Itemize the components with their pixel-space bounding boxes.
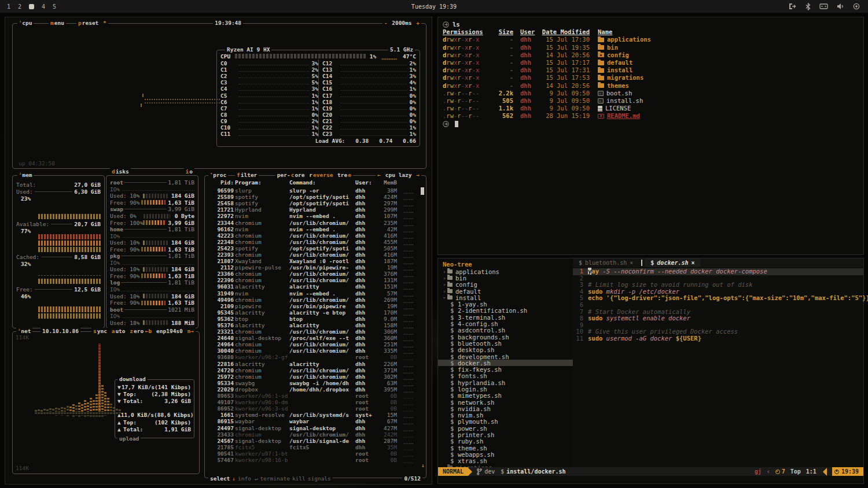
process-row[interactable]: 96031alacrittyalacrittydhh151M⣀⣀⣀0.0 [209, 283, 420, 290]
process-row[interactable]: 95345alacrittyalacritty -e btopdhh170M⣀⣀… [209, 309, 420, 316]
process-row[interactable]: 89653kworker/u96:1-sdroot0B⣀⣀⣀0.0 [209, 393, 420, 399]
code-line[interactable]: 8sudo systemctl enable docker [573, 315, 863, 322]
process-row[interactable]: 95376alacrittyalacrittydhh158M⣀⣀⣀0.0 [209, 322, 420, 328]
process-row[interactable]: 25458spotify/opt/spotify/spotidhh297M⣀⣀⣀… [209, 200, 420, 206]
mem-box-title[interactable]: ²mem [17, 172, 34, 178]
proc-col-header[interactable]: Program: [235, 179, 288, 186]
process-row[interactable]: 31949nvimnvim --embed .dhh57M⣀⣀⣀0.0 [209, 290, 420, 297]
net-buttons[interactable]: sync auto zero [91, 328, 145, 334]
process-row[interactable]: 22972nvimnvim --embed .dhh107M⣀⣀⣀0.0 [209, 213, 420, 219]
process-row[interactable]: 24567signal-desktop/usr/lib/signal-dedhh… [209, 438, 420, 444]
tree-item-login.sh[interactable]: $login.sh [438, 386, 573, 392]
process-row[interactable]: 25589spotify/opt/spotify/spotidhh424M⣀⣀⣀… [209, 194, 420, 200]
process-row[interactable]: 23433chromium/usr/lib/chromium/dhh242M⣀⣀… [209, 431, 420, 438]
proc-scrollbar[interactable] [421, 187, 424, 195]
tree-item-fix-fkeys.sh[interactable]: $fix-fkeys.sh [438, 366, 573, 372]
process-row[interactable]: 95334swaybgswaybg -i /home/dhdhh63M⣀⣀⣀0.… [209, 380, 420, 386]
tree-item-power.sh[interactable]: $power.sh [438, 425, 573, 431]
tree-item-2-identification.sh[interactable]: $2-identification.sh [438, 308, 573, 314]
proc-col-header[interactable]: Cpu% [419, 179, 420, 186]
process-row[interactable]: 90541kworker/u97:1-btroot0B⣀⣀⣀0.0 [209, 450, 420, 457]
process-row[interactable]: 21807XwaylandXwayland :0 -rootldhh187M⣀⣀… [209, 258, 420, 264]
tree-item-applications[interactable]: ›applications [438, 268, 573, 275]
cpu-box-title[interactable]: ¹cpu [17, 20, 34, 26]
tab-close-icon[interactable]: × [630, 260, 633, 266]
process-row[interactable]: 22393chromium/usr/lib/chromium/dhh416M⣀⣀… [209, 252, 420, 258]
proc-box-title[interactable]: ⁴proc [208, 172, 228, 178]
process-row[interactable]: 23344chromium/usr/lib/chromium/dhh235M⣀⣀… [209, 219, 420, 225]
menu-button[interactable]: menu [49, 20, 66, 26]
tree-item-config[interactable]: ›config [438, 282, 573, 288]
code-line[interactable]: 5echo '{"log-driver":"json-file","log-op… [573, 295, 863, 302]
process-row[interactable]: 42223chromium/usr/lib/chromium/dhh416M⣀⣀… [209, 232, 420, 239]
signals-button[interactable]: signals [308, 475, 331, 482]
process-row[interactable]: 22396chromium/usr/lib/chromium/dhh131M⣀⣀… [209, 277, 420, 283]
tree-item-install[interactable]: ›install [438, 294, 573, 301]
net-interface[interactable]: ←b enp194s0 n→ [144, 328, 196, 334]
process-row[interactable]: 2112pipewire-pulse/usr/bin/pipewire-dhh1… [209, 264, 420, 271]
terminal-window[interactable]: ls PermissionsSizeUserDate ModifiedName … [437, 17, 864, 255]
tree-item-1-yay.sh[interactable]: $1-yay.sh [438, 301, 573, 307]
tree-item-desktop.sh[interactable]: $desktop.sh [438, 347, 573, 353]
tree-item-plymouth.sh[interactable]: $plymouth.sh [438, 419, 573, 425]
tree-item-nvim.sh[interactable]: $nvim.sh [438, 412, 573, 419]
tree-item-hyprlandia.sh[interactable]: $hyprlandia.sh [438, 379, 573, 386]
process-row[interactable]: 86952kworker/u96:3-sdroot0B⣀⣀⣀0.0 [209, 405, 420, 412]
tree-item-asdcontrol.sh[interactable]: $asdcontrol.sh [438, 327, 573, 334]
tree-item-4-config.sh[interactable]: $4-config.sh [438, 320, 573, 327]
process-row[interactable]: 93680kworker/u96:2-gfroot0B⣀⣀⣀0.0 [209, 354, 420, 360]
process-row[interactable]: 49496chromium/usr/lib/chromium/dhh269M⣀⣀… [209, 297, 420, 303]
tree-item-nvidia.sh[interactable]: $nvidia.sh [438, 405, 573, 412]
proc-header-row[interactable]: Pid:Program:Command:User:MemBCpu% [209, 179, 420, 186]
tree-item-default[interactable]: ›default [438, 288, 573, 294]
tree-item-backgrounds.sh[interactable]: $backgrounds.sh [438, 334, 573, 340]
proc-scroll-down-icon[interactable]: ↓ [421, 462, 425, 468]
tab-docker.sh[interactable]: $docker.sh× [645, 258, 700, 267]
proc-options[interactable]: per-core reverse tree [275, 172, 353, 178]
tab-bluetooth.sh[interactable]: $bluetooth.sh× [573, 258, 639, 267]
process-row[interactable]: 24964chromium/usr/lib/chromium/dhh251M⣀⣀… [209, 341, 420, 347]
code-buffer[interactable]: 1yay -S --noconfirm --needed docker dock… [573, 268, 863, 468]
tree-item-bin[interactable]: ›bin [438, 275, 573, 281]
select-button[interactable]: select [210, 475, 230, 482]
process-row[interactable]: 30040chromium/usr/lib/chromium/dhh335M⣀⣀… [209, 347, 420, 354]
process-row[interactable]: 24720chromium/usr/lib/chromium/dhh371M⣀⣀… [209, 367, 420, 374]
tab-close-icon[interactable]: × [692, 260, 695, 266]
tree-item-docker.sh[interactable]: $docker.sh [438, 360, 573, 366]
process-row[interactable]: 22029dropbox/home/dhh/.dropboxdhh395M⣀⣀⣀… [209, 386, 420, 393]
process-row[interactable]: 24497signal-desktopsignal-desktopdhh427M… [209, 424, 420, 431]
process-row[interactable]: 95362btopbtopdhh9.0M⣀⣀⣀0.0 [209, 316, 420, 322]
kill-button[interactable]: kill [292, 475, 306, 482]
tree-item-theme.sh[interactable]: $theme.sh [438, 445, 573, 451]
tree-item-network.sh[interactable]: $network.sh [438, 399, 573, 405]
net-box-title[interactable]: ³net [16, 328, 32, 334]
process-row[interactable]: 24640signal-desktop/proc/self/exe --tdhh… [209, 335, 420, 341]
process-row[interactable]: 2109pipewire/usr/bin/pipewiredhh19M⣀⣀⣀0.… [209, 303, 420, 309]
disks-box-title[interactable]: disks [110, 168, 131, 175]
process-row[interactable]: 22348chromium/usr/lib/chromium/dhh455M⣀⣀… [209, 239, 420, 245]
proc-col-header[interactable]: Pid: [209, 179, 234, 186]
process-row[interactable]: 49107kworker/u96:0-dmroot0B⣀⣀⣀0.0 [209, 399, 420, 405]
proc-col-header[interactable]: Command: [289, 179, 354, 186]
process-row[interactable]: 96599slurpslurp -ordhh38M⣀⣀⣀0.0 [209, 187, 420, 194]
process-row[interactable]: 25423spotify/opt/spotify/spotidhh505M⣀⣀⣀… [209, 245, 420, 252]
proc-sort-nav[interactable]: ← cpu lazy → [376, 172, 421, 178]
process-row[interactable]: 23366chromium/usr/lib/chromium/dhh376M⣀⣀… [209, 271, 420, 277]
tree-item-ruby.sh[interactable]: $ruby.sh [438, 438, 573, 445]
tree-item-mimetypes.sh[interactable]: $mimetypes.sh [438, 393, 573, 399]
process-row[interactable]: 57467kworker/u98:16-broot0B⣀⣀⣀0.0 [209, 457, 420, 463]
process-row[interactable]: 96162nvimnvim --embed .dhh42M⣀⣀⣀0.0 [209, 226, 420, 232]
prompt-line-2[interactable] [443, 120, 859, 127]
tree-item-printer.sh[interactable]: $printer.sh [438, 431, 573, 438]
tree-item-3-terminal.sh[interactable]: $3-terminal.sh [438, 314, 573, 320]
proc-col-header[interactable]: User: [355, 179, 374, 186]
tree-item-bluetooth.sh[interactable]: $bluetooth.sh [438, 340, 573, 346]
process-row[interactable]: 1661systemd-resolve/usr/lib/systemd/ssys… [209, 412, 420, 418]
preset-button[interactable]: preset * [76, 20, 108, 26]
code-line[interactable]: 11sudo usermod -aG docker ${USER} [573, 335, 863, 342]
update-interval[interactable]: - 2000ms + [382, 20, 421, 26]
process-row[interactable]: 25972chromium/usr/lib/chromium/dhh302M⣀⣀… [209, 374, 420, 380]
process-row[interactable]: 23321chromium/usr/lib/chromium/dhh306M⣀⣀… [209, 328, 420, 335]
process-row[interactable]: 21785fcitx5fcitx5dhh35M⣀⣀⣀0.0 [209, 444, 420, 450]
tree-item-fonts.sh[interactable]: $fonts.sh [438, 373, 573, 379]
